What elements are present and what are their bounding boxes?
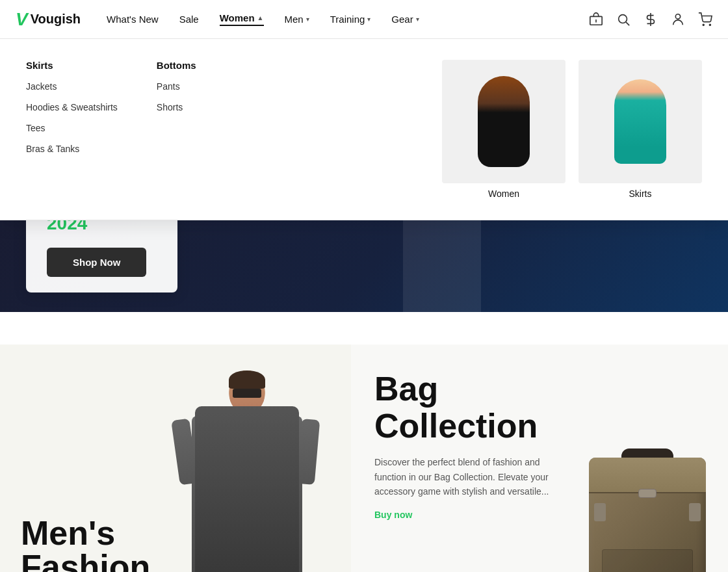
store-icon[interactable] [589,12,603,27]
svg-point-6 [703,24,704,25]
women-label: Women [488,188,519,199]
bottom-section: Men's Fashion Bag Collection Discover th… [0,344,728,572]
bag-flap [589,458,706,493]
dropdown-col-bottoms-list: Pants Shorts [157,81,196,112]
women-image [442,60,566,183]
nav-whats-new[interactable]: What's New [107,14,159,25]
nav-men[interactable]: Men ▾ [285,14,309,25]
svg-line-3 [626,22,629,25]
section-gap [0,312,728,344]
currency-icon[interactable] [644,12,658,27]
dropdown-col-skirts-heading: Skirts [26,60,118,71]
mens-fashion-card: Men's Fashion [0,344,351,572]
svg-point-2 [619,14,627,23]
women-dropdown: Skirts Jackets Hoodies & Sweatshirts Tee… [0,39,728,220]
mens-card-title: Men's Fashion [21,516,330,572]
nav-sale[interactable]: Sale [179,14,199,25]
logo[interactable]: V Vougish [16,9,81,30]
bag-collection-card: Bag Collection Discover the perfect blen… [351,344,728,572]
chevron-down-icon: ▾ [306,16,309,23]
bag-front-pocket [602,549,693,572]
bag-buckle-left [594,503,606,521]
dropdown-card-skirts[interactable]: Skirts [578,60,702,199]
nav-women[interactable]: Women ▲ [220,12,264,26]
bag-title: Bag Collection [374,370,705,445]
cart-icon[interactable] [698,12,712,27]
shop-now-button[interactable]: Shop Now [47,248,146,277]
bag-figure [582,448,712,572]
bag-description: Discover the perfect blend of fashion an… [374,455,556,499]
bag-buckle-right [689,503,701,521]
dropdown-images: Women Skirts [442,60,702,199]
svg-point-5 [675,14,680,18]
dropdown-item-bras-tanks[interactable]: Bras & Tanks [26,144,118,154]
dropdown-col-bottoms: Bottoms Pants Shorts [157,60,196,199]
dropdown-col-skirts: Skirts Jackets Hoodies & Sweatshirts Tee… [26,60,118,199]
logo-v-icon: V [16,9,28,30]
chevron-down-icon: ▾ [416,16,419,23]
chevron-down-icon: ▾ [367,16,370,23]
mens-hair [229,370,265,389]
dropdown-item-shorts[interactable]: Shorts [157,102,196,112]
skirts-image [578,60,702,183]
svg-point-7 [709,24,710,25]
mens-neck [239,408,255,420]
dropdown-card-women[interactable]: Women [442,60,566,199]
dropdown-item-jackets[interactable]: Jackets [26,81,118,92]
dropdown-item-tees[interactable]: Tees [26,123,118,133]
dropdown-col-skirts-list: Jackets Hoodies & Sweatshirts Tees Bras … [26,81,118,154]
dropdown-item-pants[interactable]: Pants [157,81,196,92]
mens-shirt [235,416,259,468]
bag-clasp [638,489,656,498]
nav-training[interactable]: Training ▾ [330,14,371,25]
dropdown-item-hoodies[interactable]: Hoodies & Sweatshirts [26,102,118,112]
account-icon[interactable] [671,12,685,27]
nav-gear[interactable]: Gear ▾ [391,14,419,25]
dropdown-col-bottoms-heading: Bottoms [157,60,196,71]
bag-body [589,458,706,572]
skirts-label: Skirts [629,188,652,199]
search-icon[interactable] [616,12,630,27]
chevron-up-icon: ▲ [257,14,264,21]
nav-links: What's New Sale Women ▲ Men ▾ Training ▾… [107,12,589,26]
mens-sunglasses [233,389,261,398]
nav-icons [589,12,712,27]
mens-tie [244,421,250,454]
navbar: V Vougish What's New Sale Women ▲ Men ▾ … [0,0,728,39]
logo-text: Vougish [31,12,81,27]
